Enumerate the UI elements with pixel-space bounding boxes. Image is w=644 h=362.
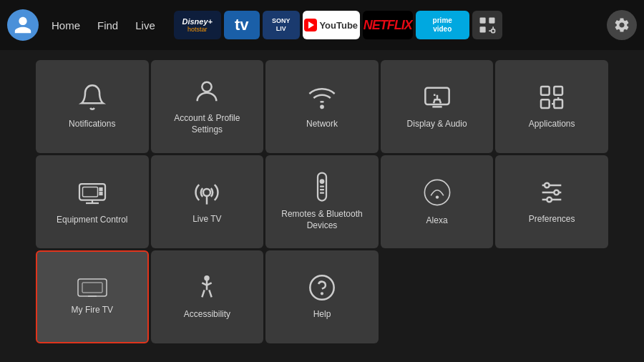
tv-icon (77, 177, 107, 207)
svg-rect-9 (541, 87, 550, 95)
tile-equipment-control[interactable]: Equipment Control (36, 155, 149, 248)
svg-rect-10 (555, 87, 563, 95)
tile-accessibility[interactable]: Accessibility (151, 250, 264, 343)
header: Home Find Live Disney+ hotstar tv SONYLI… (0, 0, 644, 50)
svg-rect-25 (320, 186, 324, 187)
nav-live[interactable]: Live (128, 15, 162, 36)
svg-rect-12 (555, 100, 563, 109)
svg-point-33 (545, 183, 550, 188)
app-prime[interactable]: primevideo (416, 11, 469, 39)
tile-notifications-label: Notifications (69, 119, 115, 130)
app-disney[interactable]: Disney+ hotstar (174, 11, 221, 39)
svg-rect-1 (489, 18, 494, 24)
person-icon (192, 77, 221, 106)
tile-remotes-bluetooth[interactable]: Remotes & Bluetooth Devices (265, 155, 379, 248)
svg-point-24 (321, 180, 324, 184)
svg-point-35 (547, 197, 552, 202)
tile-network[interactable]: Network (265, 60, 379, 153)
svg-rect-11 (541, 100, 550, 109)
tile-applications-label: Applications (529, 119, 575, 130)
tile-live-tv[interactable]: Live TV (151, 155, 264, 248)
app-appletv[interactable]: tv (224, 11, 260, 39)
wifi-icon (308, 83, 336, 112)
tile-my-fire-tv[interactable]: My Fire TV (36, 250, 149, 343)
nav-find[interactable]: Find (90, 15, 125, 36)
firetv-icon (77, 278, 108, 298)
tile-network-label: Network (306, 119, 338, 130)
svg-rect-3 (492, 29, 495, 33)
help-icon (308, 273, 336, 302)
tile-help[interactable]: Help (265, 250, 379, 343)
svg-point-29 (435, 196, 438, 199)
tile-my-fire-tv-label: My Fire TV (72, 305, 113, 316)
display-icon (423, 83, 452, 112)
tile-applications[interactable]: Applications (495, 60, 608, 153)
youtube-label: YouTube (319, 20, 358, 31)
apps-icon (537, 83, 566, 112)
app-grid-more[interactable] (472, 11, 502, 39)
tile-equipment-control-label: Equipment Control (57, 215, 127, 226)
tile-preferences[interactable]: Preferences (495, 155, 608, 248)
nav-home[interactable]: Home (44, 15, 87, 36)
svg-rect-18 (82, 187, 97, 197)
svg-point-39 (205, 276, 209, 280)
app-sony[interactable]: SONYLIV (263, 11, 300, 39)
antenna-icon (192, 178, 221, 207)
tile-notifications[interactable]: Notifications (36, 60, 149, 153)
tile-alexa[interactable]: Alexa (381, 155, 494, 248)
tile-preferences-label: Preferences (529, 214, 575, 225)
svg-point-28 (424, 180, 449, 205)
sliders-icon (537, 178, 566, 207)
avatar[interactable] (7, 9, 39, 41)
accessibility-icon (192, 273, 221, 302)
tile-alexa-label: Alexa (426, 215, 448, 227)
tile-display-audio[interactable]: Display & Audio (381, 60, 494, 153)
svg-point-6 (203, 82, 212, 92)
tile-account-label: Account & Profile Settings (158, 113, 257, 135)
app-netflix[interactable]: NETFLIX (363, 11, 413, 39)
tile-account[interactable]: Account & Profile Settings (151, 60, 264, 153)
bell-icon (78, 83, 107, 112)
app-youtube[interactable]: YouTube (303, 11, 360, 39)
svg-rect-19 (99, 188, 102, 190)
tile-accessibility-label: Accessibility (184, 309, 230, 321)
settings-grid: Notifications Account & Profile Settings… (0, 53, 644, 351)
tile-display-audio-label: Display & Audio (407, 119, 467, 130)
nav-links: Home Find Live (44, 15, 162, 36)
svg-point-34 (555, 190, 560, 195)
tile-live-tv-label: Live TV (192, 214, 221, 225)
app-icons: Disney+ hotstar tv SONYLIV YouTube NETFL… (174, 11, 601, 39)
remote-icon (308, 172, 336, 202)
tile-remotes-bluetooth-label: Remotes & Bluetooth Devices (273, 209, 371, 231)
svg-point-42 (321, 293, 323, 295)
alexa-icon (421, 177, 453, 208)
svg-rect-2 (479, 26, 485, 32)
svg-point-7 (321, 106, 323, 108)
svg-rect-26 (320, 189, 324, 190)
svg-rect-20 (99, 192, 102, 195)
svg-rect-0 (479, 18, 485, 24)
svg-point-21 (203, 189, 210, 196)
settings-button[interactable] (607, 10, 637, 40)
tile-help-label: Help (313, 309, 331, 321)
svg-point-41 (310, 276, 333, 300)
svg-rect-27 (320, 192, 324, 194)
svg-rect-37 (82, 283, 102, 293)
